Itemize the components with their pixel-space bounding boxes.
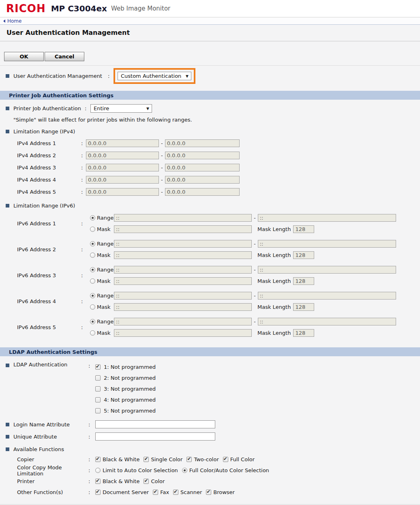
ipv6-mask-radio[interactable] <box>90 227 95 232</box>
ipv4-from-input[interactable] <box>86 176 159 184</box>
function-row: Printer:Black & WhiteColor <box>17 476 420 487</box>
ipv6-mask-input[interactable] <box>114 329 252 337</box>
function-option-checkbox[interactable] <box>153 490 158 495</box>
ipv6-range-to-input[interactable] <box>258 214 396 222</box>
function-option-checkbox[interactable] <box>95 457 101 462</box>
function-option-checkbox[interactable] <box>95 490 101 495</box>
ipv4-from-input[interactable] <box>86 188 159 196</box>
chevron-down-icon: ▼ <box>186 74 189 78</box>
ipv6-mask-input[interactable] <box>114 225 252 233</box>
printer-job-auth-select[interactable]: Entire ▼ <box>90 104 152 113</box>
ldap-server-option: 2: Not programmed <box>95 372 156 383</box>
ipv6-range-to-input[interactable] <box>258 292 396 300</box>
user-auth-management-row: User Authentication Management : Custom … <box>6 68 420 84</box>
function-option-checkbox[interactable] <box>144 457 149 462</box>
ipv6-address-row: IPv6 Address 5:Range-MaskMask Length <box>17 316 420 338</box>
ipv4-to-input[interactable] <box>165 164 240 171</box>
available-functions-label-row: Available Functions <box>6 446 420 452</box>
ipv6-range-from-input[interactable] <box>114 266 252 274</box>
ipv6-mask-input[interactable] <box>114 303 252 311</box>
cancel-button-top[interactable]: Cancel <box>45 52 84 61</box>
login-name-attribute-input[interactable] <box>95 420 215 428</box>
ipv4-from-input[interactable] <box>86 139 159 147</box>
mask-length-input[interactable] <box>293 251 314 259</box>
ipv6-mask-radio[interactable] <box>90 330 95 336</box>
ipv6-range-from-input[interactable] <box>114 318 252 325</box>
ipv6-range-from-input[interactable] <box>114 240 252 248</box>
function-option-radio[interactable] <box>95 468 101 473</box>
ipv6-range-radio[interactable] <box>90 319 95 324</box>
top-button-row: OK Cancel <box>4 52 420 61</box>
back-arrow-icon <box>3 19 5 23</box>
ipv6-range-radio[interactable] <box>90 241 95 246</box>
ipv6-mask-radio[interactable] <box>90 304 95 310</box>
divider <box>0 65 420 66</box>
ipv6-mask-input[interactable] <box>114 251 252 259</box>
ipv6-range-radio[interactable] <box>90 293 95 298</box>
function-option-checkbox[interactable] <box>186 457 192 462</box>
ipv4-from-input[interactable] <box>86 152 159 159</box>
highlight-annotation: Custom Authentication ▼ <box>114 68 195 84</box>
ipv4-address-row: IPv4 Address 4:- <box>17 173 420 186</box>
ipv4-address-row: IPv4 Address 5:- <box>17 186 420 198</box>
ipv6-range-to-input[interactable] <box>258 318 396 325</box>
breadcrumb: Home <box>0 17 420 25</box>
unique-attribute-input[interactable] <box>95 432 215 441</box>
ldap-server-checkbox[interactable] <box>95 364 101 370</box>
simple-note: "Simple" will take effect for printer jo… <box>13 117 420 123</box>
function-option-checkbox[interactable] <box>95 479 101 484</box>
ipv4-limitation-label-row: Limitation Range (IPv4) <box>6 128 420 135</box>
ipv6-range-to-input[interactable] <box>258 240 396 248</box>
unique-attribute-row: Unique Attribute : <box>6 432 420 441</box>
function-option-radio[interactable] <box>182 468 187 473</box>
function-option-checkbox[interactable] <box>206 490 211 495</box>
mask-length-input[interactable] <box>293 329 314 337</box>
ldap-server-options: 1: Not programmed2: Not programmed3: Not… <box>95 362 156 416</box>
ipv6-mask-input[interactable] <box>114 277 252 285</box>
mask-length-input[interactable] <box>293 303 314 311</box>
ipv6-range-radio[interactable] <box>90 267 95 272</box>
bullet-icon <box>6 435 9 439</box>
ipv6-mask-radio[interactable] <box>90 278 95 284</box>
ipv4-to-input[interactable] <box>165 152 240 159</box>
bullet-icon <box>6 130 9 133</box>
app-name: Web Image Monitor <box>111 6 170 12</box>
printer-job-section-header: Printer Job Authentication Settings <box>0 91 420 100</box>
function-option-checkbox[interactable] <box>144 479 149 484</box>
user-auth-select[interactable]: Custom Authentication ▼ <box>118 72 191 80</box>
divider <box>0 504 420 505</box>
ok-button-top[interactable]: OK <box>4 52 44 61</box>
mask-length-input[interactable] <box>293 225 314 233</box>
ipv4-address-row: IPv4 Address 2:- <box>17 149 420 161</box>
ricoh-logo: RICOH <box>6 3 46 14</box>
ldap-server-checkbox[interactable] <box>95 375 101 381</box>
function-row: Copier:Black & WhiteSingle ColorTwo-colo… <box>17 454 420 465</box>
ipv6-mask-radio[interactable] <box>90 252 95 258</box>
ipv6-range-to-input[interactable] <box>258 266 396 274</box>
home-link[interactable]: Home <box>3 18 21 24</box>
printer-job-auth-row: Printer Job Authentication : Entire ▼ <box>6 104 420 113</box>
bullet-icon <box>6 447 9 451</box>
ipv4-to-input[interactable] <box>165 176 240 184</box>
ldap-server-option: 4: Not programmed <box>95 394 156 405</box>
ipv6-range-radio[interactable] <box>90 215 95 220</box>
ldap-server-option: 3: Not programmed <box>95 383 156 394</box>
ipv4-address-row: IPv4 Address 3:- <box>17 161 420 173</box>
ipv6-range-from-input[interactable] <box>114 214 252 222</box>
mask-length-input[interactable] <box>293 277 314 285</box>
ldap-auth-row: LDAP Authentication : 1: Not programmed2… <box>6 362 420 416</box>
ipv6-limitation-label-row: Limitation Range (IPv6) <box>6 203 420 209</box>
login-name-attribute-row: Login Name Attribute : <box>6 420 420 428</box>
ipv4-from-input[interactable] <box>86 164 159 171</box>
ipv4-address-row: IPv4 Address 1:- <box>17 137 420 149</box>
ipv4-to-input[interactable] <box>165 188 240 196</box>
function-option-checkbox[interactable] <box>173 490 178 495</box>
ldap-server-checkbox[interactable] <box>95 386 101 392</box>
function-row: Color Copy Mode Limitation:Limit to Auto… <box>17 465 420 476</box>
ldap-server-checkbox[interactable] <box>95 397 101 402</box>
ldap-server-checkbox[interactable] <box>95 408 101 413</box>
function-option-checkbox[interactable] <box>223 457 228 462</box>
ipv6-range-from-input[interactable] <box>114 292 252 300</box>
ipv4-to-input[interactable] <box>165 139 240 147</box>
chevron-down-icon: ▼ <box>146 107 149 111</box>
